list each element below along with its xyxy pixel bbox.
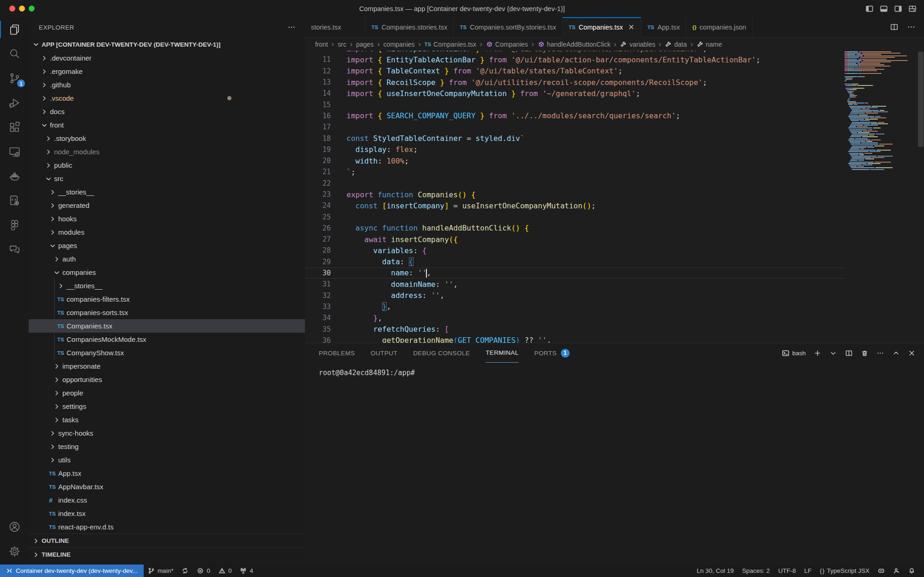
panel-tab-debug-console[interactable]: DEBUG CONSOLE <box>413 343 470 363</box>
tree-item-hooks[interactable]: hooks <box>29 212 305 225</box>
code-line-24[interactable]: 24 const [insertCompany] = useInsertOneC… <box>305 200 845 211</box>
status-remote-indicator[interactable]: Container dev-twenty-dev (dev-twenty-dev… <box>0 565 144 577</box>
code-line-28[interactable]: 28 variables: { <box>305 245 845 256</box>
tree-item-Companies.tsx[interactable]: TSCompanies.tsx <box>29 319 305 333</box>
split-terminal-icon[interactable] <box>845 349 853 357</box>
status-errors[interactable]: 0 <box>193 565 214 577</box>
status-language-mode[interactable]: { } TypeScript JSX <box>815 565 874 577</box>
tree-item-utils[interactable]: utils <box>29 453 305 467</box>
tree-item-CompaniesMockMode.tsx[interactable]: TSCompaniesMockMode.tsx <box>29 333 305 346</box>
layout-right-icon[interactable] <box>894 5 902 13</box>
breadcrumb-Companies.tsx[interactable]: TSCompanies.tsx <box>425 41 476 48</box>
code-line-22[interactable]: 22 <box>305 178 845 189</box>
panel-tab-problems[interactable]: PROBLEMS <box>319 343 355 363</box>
terminal-dropdown-icon[interactable] <box>829 349 837 357</box>
tree-item-front[interactable]: front <box>29 118 305 132</box>
tab-Companies.sortBy.stories.tsx[interactable]: TSCompanies.sortBy.stories.tsx <box>454 17 562 37</box>
layout-bottom-icon[interactable] <box>880 5 888 13</box>
tree-item-.github[interactable]: .github <box>29 78 305 91</box>
tree-item-index.tsx[interactable]: TSindex.tsx <box>29 507 305 520</box>
tree-item-__stories__[interactable]: __stories__ <box>29 279 305 292</box>
status-feedback[interactable] <box>889 565 904 577</box>
layout-grid-icon[interactable] <box>908 5 917 13</box>
tree-item-App.tsx[interactable]: TSApp.tsx <box>29 467 305 480</box>
tree-item-companies[interactable]: companies <box>29 266 305 279</box>
breadcrumb-name[interactable]: name <box>697 41 722 48</box>
code-line-18[interactable]: 18const StyledTableContainer = styled.di… <box>305 133 845 144</box>
status-git-branch[interactable]: main* <box>144 565 178 577</box>
tree-item-impersonate[interactable]: impersonate <box>29 359 305 373</box>
code-line-21[interactable]: 21`; <box>305 166 845 177</box>
tree-item-node_modules[interactable]: node_modules <box>29 145 305 158</box>
code-line-30[interactable]: 30 name: '', <box>305 267 845 279</box>
status-encoding[interactable]: UTF-8 <box>774 565 800 577</box>
code-line-29[interactable]: 29 data: { <box>305 256 845 267</box>
tree-item-.storybook[interactable]: .storybook <box>29 132 305 145</box>
status-indentation[interactable]: Spaces: 2 <box>738 565 774 577</box>
code-line-35[interactable]: 35 refetchQueries: [ <box>305 323 845 334</box>
sidebar-section-outline[interactable]: OUTLINE <box>29 534 305 547</box>
code-line-19[interactable]: 19 display: flex; <box>305 144 845 155</box>
tab-stories.tsx[interactable]: stories.tsx <box>305 17 365 37</box>
tree-item-companies-sorts.tsx[interactable]: TScompanies-sorts.tsx <box>29 306 305 319</box>
breadcrumb-src[interactable]: src <box>338 41 346 48</box>
shell-select[interactable]: bash <box>782 349 806 357</box>
sidebar-section-timeline[interactable]: TIMELINE <box>29 547 305 561</box>
kill-terminal-icon[interactable] <box>861 349 869 357</box>
tree-item-people[interactable]: people <box>29 386 305 400</box>
new-terminal-icon[interactable] <box>814 349 821 357</box>
code-line-34[interactable]: 34 }, <box>305 312 845 323</box>
code-line-14[interactable]: 14import { useInsertOneCompanyMutation }… <box>305 88 845 99</box>
code-line-33[interactable]: 33 }, <box>305 301 845 312</box>
code-editor[interactable]: 10import { WithTopBarContainer } from '@… <box>305 51 845 343</box>
panel-tab-output[interactable]: OUTPUT <box>371 343 397 363</box>
breadcrumb-front[interactable]: front <box>315 41 328 48</box>
tree-item-testing[interactable]: testing <box>29 440 305 453</box>
code-line-23[interactable]: 23export function Companies() { <box>305 189 845 200</box>
split-editor-icon[interactable] <box>890 23 899 31</box>
code-line-16[interactable]: 16import { SEARCH_COMPANY_QUERY } from '… <box>305 110 845 121</box>
tree-item-tasks[interactable]: tasks <box>29 413 305 426</box>
status-cursor-position[interactable]: Ln 30, Col 19 <box>693 565 738 577</box>
code-line-13[interactable]: 13import { RecoilScope } from '@/ui/util… <box>305 77 845 88</box>
activity-comments[interactable] <box>0 237 29 262</box>
tree-item-modules[interactable]: modules <box>29 225 305 239</box>
tree-item-.ergomake[interactable]: .ergomake <box>29 65 305 78</box>
breadcrumb-variables[interactable]: variables <box>620 41 655 48</box>
tree-item-react-app-env.d.ts[interactable]: TSreact-app-env.d.ts <box>29 520 305 534</box>
code-line-17[interactable]: 17 <box>305 121 845 133</box>
breadcrumb-handleAddButtonClick[interactable]: handleAddButtonClick <box>538 41 611 48</box>
code-line-31[interactable]: 31 domainName: '', <box>305 279 845 290</box>
terminal-output[interactable]: root@0a42ecd84891:/app# <box>305 363 924 377</box>
tab-Companies.stories.tsx[interactable]: TSCompanies.stories.tsx <box>365 17 454 37</box>
code-line-20[interactable]: 20 width: 100%; <box>305 155 845 166</box>
breadcrumb-companies[interactable]: companies <box>383 41 415 48</box>
status-forwarded-ports[interactable]: 4 <box>236 565 257 577</box>
code-line-36[interactable]: 36 getOperationName(GET_COMPANIES) ?? ''… <box>305 335 845 343</box>
activity-run-and-debug[interactable] <box>0 91 29 115</box>
close-panel-icon[interactable] <box>908 349 916 357</box>
tree-item-index.css[interactable]: #index.css <box>29 493 305 507</box>
activity-search[interactable] <box>0 42 29 66</box>
tree-item-pages[interactable]: pages <box>29 239 305 252</box>
activity-source-control[interactable]: 1 <box>0 66 29 91</box>
activity-settings[interactable] <box>0 539 29 564</box>
minimap[interactable] <box>845 51 915 343</box>
activity-extensions[interactable] <box>0 115 29 140</box>
code-line-27[interactable]: 27 await insertCompany({ <box>305 234 845 245</box>
panel-tab-terminal[interactable]: TERMINAL <box>486 343 518 363</box>
explorer-more-actions-icon[interactable] <box>287 23 296 31</box>
tree-item-docs[interactable]: docs <box>29 105 305 118</box>
status-copilot[interactable] <box>874 565 889 577</box>
code-line-32[interactable]: 32 address: '', <box>305 290 845 301</box>
activity-docker[interactable] <box>0 164 29 188</box>
status-warnings[interactable]: 0 <box>214 565 236 577</box>
status-sync[interactable] <box>177 565 193 577</box>
activity-codegen[interactable] <box>0 188 29 213</box>
status-eol[interactable]: LF <box>800 565 816 577</box>
tree-item-src[interactable]: src <box>29 172 305 185</box>
layout-left-icon[interactable] <box>865 5 874 13</box>
code-line-15[interactable]: 15 <box>305 99 845 110</box>
activity-explorer[interactable] <box>0 17 29 42</box>
tree-item-generated[interactable]: generated <box>29 199 305 212</box>
